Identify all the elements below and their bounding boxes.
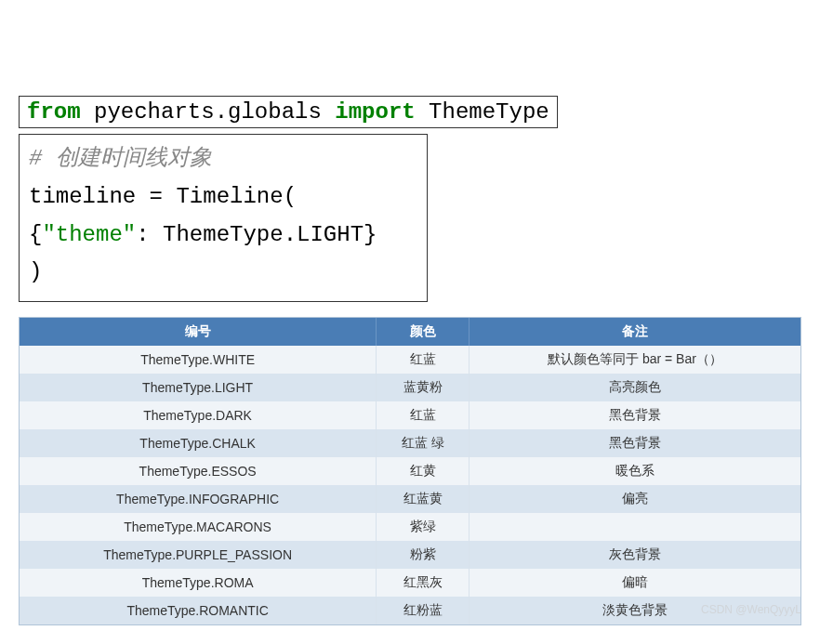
cell-note: 灰色背景 [469, 541, 800, 569]
cell-id: ThemeType.MACARONS [20, 513, 377, 541]
cell-id: ThemeType.DARK [20, 401, 377, 429]
code-close-paren: ) [29, 254, 417, 292]
module-path: pyecharts.globals [81, 99, 336, 125]
theme-table: 编号 颜色 备注 ThemeType.WHITE红蓝默认颜色等同于 bar = … [19, 317, 801, 625]
cell-note: 高亮颜色 [469, 374, 800, 401]
table-body: ThemeType.WHITE红蓝默认颜色等同于 bar = Bar（） The… [20, 346, 800, 624]
table-row: ThemeType.INFOGRAPHIC红蓝黄偏亮 [20, 485, 800, 513]
cell-id: ThemeType.LIGHT [20, 374, 377, 401]
keyword-import: import [335, 99, 415, 125]
header-color: 颜色 [377, 318, 470, 346]
table-row: ThemeType.WHITE红蓝默认颜色等同于 bar = Bar（） [20, 346, 800, 374]
cell-color: 红黑灰 [377, 569, 470, 597]
cell-color: 红蓝 [377, 346, 470, 374]
cell-note: 暖色系 [469, 457, 800, 485]
table-header: 编号 颜色 备注 [20, 318, 800, 346]
code-comment: # 创建时间线对象 [29, 140, 417, 178]
table-row: ThemeType.MACARONS紫绿 [20, 513, 800, 541]
cell-color: 红蓝 [377, 401, 470, 429]
table-row: ThemeType.PURPLE_PASSION粉紫灰色背景 [20, 541, 800, 569]
table-row: ThemeType.LIGHT蓝黄粉高亮颜色 [20, 374, 800, 401]
code-dict-key: "theme" [42, 222, 136, 247]
table-row: ThemeType.DARK红蓝黑色背景 [20, 401, 800, 429]
cell-note: 偏亮 [469, 485, 800, 513]
code-indent-brace: { [29, 222, 42, 247]
import-name: ThemeType [416, 99, 549, 125]
cell-id: ThemeType.WHITE [20, 346, 377, 374]
cell-color: 红蓝黄 [377, 485, 470, 513]
cell-id: ThemeType.CHALK [20, 429, 377, 457]
cell-color: 粉紫 [377, 541, 470, 569]
code-import-line: from pyecharts.globals import ThemeType [19, 96, 558, 128]
header-note: 备注 [469, 318, 800, 346]
cell-note [469, 513, 800, 541]
cell-color: 红黄 [377, 457, 470, 485]
header-id: 编号 [20, 318, 377, 346]
cell-id: ThemeType.ESSOS [20, 457, 377, 485]
cell-note: 黑色背景 [469, 429, 800, 457]
cell-note: 偏暗 [469, 569, 800, 597]
code-line-assign: timeline = Timeline( [29, 178, 417, 217]
code-dict-value: : ThemeType.LIGHT} [136, 222, 377, 247]
cell-color: 紫绿 [377, 513, 470, 541]
cell-id: ThemeType.INFOGRAPHIC [20, 485, 377, 513]
keyword-from: from [27, 99, 81, 125]
cell-color: 蓝黄粉 [377, 374, 470, 401]
cell-note: 黑色背景 [469, 401, 800, 429]
cell-id: ThemeType.ROMANTIC [20, 597, 377, 624]
table-row: ThemeType.ROMA红黑灰偏暗 [20, 569, 800, 597]
cell-color: 红粉蓝 [377, 597, 470, 624]
cell-note: 默认颜色等同于 bar = Bar（） [469, 346, 800, 374]
code-line-dict: {"theme": ThemeType.LIGHT} [29, 217, 417, 255]
watermark-text: CSDN @WenQyyyL [701, 603, 801, 616]
table-row: ThemeType.ROMANTIC红粉蓝淡黄色背景 [20, 597, 800, 624]
table-row: ThemeType.ESSOS红黄暖色系 [20, 457, 800, 485]
table-row: ThemeType.CHALK红蓝 绿黑色背景 [20, 429, 800, 457]
cell-id: ThemeType.ROMA [20, 569, 377, 597]
cell-id: ThemeType.PURPLE_PASSION [20, 541, 377, 569]
code-timeline-block: # 创建时间线对象 timeline = Timeline( {"theme":… [19, 134, 428, 302]
cell-color: 红蓝 绿 [377, 429, 470, 457]
